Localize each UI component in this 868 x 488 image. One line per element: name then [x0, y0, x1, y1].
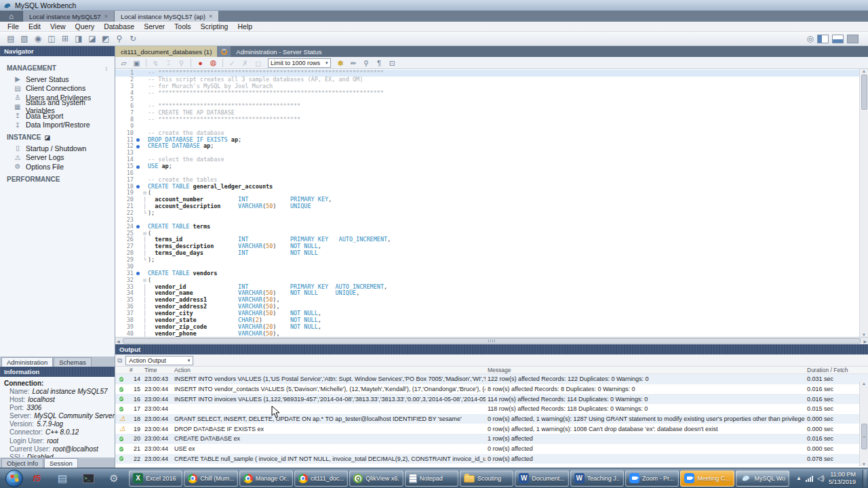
tab-schemas[interactable]: Schemas [54, 357, 92, 367]
col-duration[interactable]: Duration / Fetch [805, 367, 858, 373]
menu-item-view[interactable]: View [45, 22, 71, 30]
scroll-down-icon[interactable]: ▼ [862, 462, 866, 466]
menu-item-help[interactable]: Help [233, 22, 257, 30]
execute-current-icon[interactable]: ⌶ [163, 58, 174, 67]
taskbar-button-zoom-pr-[interactable]: Zoom - Pr... [625, 470, 679, 487]
taskbar-button-cit111-doc-[interactable]: cit111_doc... [294, 470, 348, 487]
scroll-down-icon[interactable]: ▼ [862, 333, 866, 337]
scroll-up-icon[interactable]: ▲ [862, 69, 866, 73]
col-action[interactable]: Action [172, 367, 486, 373]
taskbar-button-manage-or-[interactable]: Manage Or... [239, 470, 293, 487]
cleanup-icon[interactable]: ✏ [348, 59, 359, 67]
editor-tab[interactable]: cit111_document_databases (1) [115, 46, 217, 57]
code-area[interactable]: 1 -- ***********************************… [115, 69, 859, 337]
show-desktop-button[interactable] [863, 470, 867, 487]
editor-tab[interactable]: Administration - Server Status [231, 46, 327, 57]
toggle-left-sidebar-button[interactable] [817, 35, 829, 43]
sidebar-item-options-file[interactable]: ⚙Options File [5, 162, 115, 171]
output-row[interactable]: ⚠1823:00:44GRANT SELECT, INSERT, DELETE,… [115, 414, 868, 424]
create-procedure-icon[interactable]: ◪ [85, 33, 99, 45]
output-row[interactable]: ✓1723:00:44118 row(s) affected Records: … [115, 404, 868, 414]
scroll-up-icon[interactable]: ▲ [862, 382, 866, 386]
save-icon[interactable]: ▣ [131, 59, 142, 67]
sidebar-item-server-status[interactable]: ▶Server Status [5, 75, 115, 84]
sidebar-item-startup-shutdown[interactable]: ▯Startup / Shutdown [5, 144, 115, 153]
open-sql-script-icon[interactable]: ▧ [18, 33, 31, 45]
menu-item-file[interactable]: File [3, 22, 24, 30]
col-message[interactable]: Message [486, 367, 805, 373]
commit-icon[interactable]: ✓ [226, 59, 238, 67]
scrollbar-thumb[interactable]: ≡ [861, 424, 867, 449]
col-time[interactable]: Time [142, 367, 172, 373]
output-row[interactable]: ✓2123:00:44USE ex0 row(s) affected0.000 … [115, 444, 868, 454]
open-file-icon[interactable]: ▱ [118, 59, 130, 67]
create-function-icon[interactable]: ◩ [99, 33, 113, 45]
taskbar-button-teaching-j-[interactable]: WTeaching J... [570, 470, 624, 487]
connection-tab[interactable]: Local instance MySQL57× [23, 11, 115, 22]
beautify-icon[interactable]: ✽ [335, 59, 347, 67]
output-row[interactable]: ✓1623:00:44INSERT INTO invoices VALUES (… [115, 394, 868, 404]
scrollbar-thumb[interactable] [861, 75, 867, 110]
network-signal-icon[interactable] [806, 475, 813, 482]
taskbar-button-chill-mum-[interactable]: Chill (Mum... [184, 470, 237, 487]
new-query-tab-icon[interactable]: ▤ [4, 33, 18, 45]
output-row[interactable]: ✓1423:00:43INSERT INTO vendors VALUES (1… [115, 374, 868, 384]
create-schema-icon[interactable]: ◫ [45, 33, 58, 45]
settings-gear-icon[interactable]: ⚙ [106, 470, 122, 487]
special-chars-icon[interactable]: ¶ [374, 59, 385, 67]
sidebar-item-client-connections[interactable]: ▤Client Connections [5, 84, 115, 94]
col-index[interactable]: # [127, 367, 142, 373]
preferences-icon[interactable]: ◎ [807, 34, 814, 43]
create-view-icon[interactable]: ◨ [72, 33, 85, 45]
expand-collapse-icon[interactable]: ↕ [105, 65, 108, 72]
taskbar-button-scouting[interactable]: Scouting [460, 470, 513, 487]
output-row[interactable]: ⚠1923:00:44DROP DATABASE IF EXISTS ex0 r… [115, 424, 868, 434]
close-icon[interactable]: × [209, 13, 212, 20]
limit-rows-select[interactable]: Limit to 1000 rows▾ [268, 58, 331, 68]
tray-expand-icon[interactable]: ▲ [796, 475, 802, 481]
rollback-icon[interactable]: ✗ [239, 59, 251, 67]
console-icon[interactable]: >_ [80, 470, 96, 487]
output-row[interactable]: ✓1523:00:44INSERT INTO vendor_contacts V… [115, 384, 868, 394]
scroll-right-icon[interactable]: ▶ [862, 339, 868, 344]
inspector-icon[interactable]: ◉ [31, 33, 45, 45]
editor-vertical-scrollbar[interactable]: ▲ ▼ [859, 69, 868, 337]
scroll-left-icon[interactable]: ◀ [115, 339, 121, 344]
stop-icon[interactable]: ● [195, 59, 206, 67]
menu-item-scripting[interactable]: Scripting [196, 22, 233, 30]
editor-horizontal-scrollbar[interactable]: ◀ ▶ [115, 337, 868, 344]
output-vertical-scrollbar[interactable]: ▲ ≡ ▼ [859, 382, 868, 466]
sql-editor[interactable]: 1 -- ***********************************… [115, 69, 868, 337]
home-tab[interactable]: ⌂ [0, 11, 23, 22]
scrollbar-thumb[interactable] [123, 338, 861, 344]
menu-item-server[interactable]: Server [139, 22, 170, 30]
output-view-select[interactable]: Action Output▾ [125, 356, 193, 365]
tab-session[interactable]: Session [44, 458, 78, 468]
menu-item-tools[interactable]: Tools [170, 22, 196, 30]
tab-object-info[interactable]: Object Info [1, 458, 43, 468]
execute-icon[interactable]: ↯ [150, 59, 161, 67]
autocommit-icon[interactable]: ◻ [252, 59, 264, 67]
toggle-right-sidebar-button[interactable] [847, 35, 859, 43]
menu-item-query[interactable]: Query [71, 22, 100, 30]
network-computer-icon[interactable]: ▤ [54, 470, 71, 487]
tab-administration[interactable]: Administration [1, 357, 53, 367]
fold-marker-icon[interactable]: ⊟ [142, 190, 148, 197]
taskbar-button-document-[interactable]: WDocument... [515, 470, 568, 487]
search-data-icon[interactable]: ⚲ [113, 33, 126, 45]
menu-item-edit[interactable]: Edit [24, 22, 45, 30]
taskbar-button-qlikview-x6-[interactable]: QQlikView x6... [349, 470, 403, 487]
toggle-bottom-panel-button[interactable] [832, 35, 844, 43]
sidebar-item-status-and-system-variables[interactable]: ▦Status and System Variables [5, 102, 115, 112]
output-row[interactable]: ✓2023:00:44CREATE DATABASE ex1 row(s) af… [115, 434, 868, 444]
f5-icon[interactable]: f5 [28, 470, 45, 487]
speaker-icon[interactable]: ◁) [817, 474, 825, 482]
sidebar-item-server-logs[interactable]: ⚠Server Logs [5, 153, 115, 163]
fold-marker-icon[interactable]: ⊟ [142, 230, 148, 237]
taskbar-clock[interactable]: 11:00 PM 5/13/2019 [829, 471, 859, 485]
reconnect-icon[interactable]: ↻ [126, 33, 140, 45]
sidebar-item-data-import-restore[interactable]: ↧Data Import/Restore [5, 121, 115, 130]
output-row[interactable]: ✓2223:00:44CREATE TABLE null_sample ( in… [115, 454, 868, 464]
menu-item-database[interactable]: Database [99, 22, 139, 30]
close-icon[interactable]: × [104, 13, 108, 20]
